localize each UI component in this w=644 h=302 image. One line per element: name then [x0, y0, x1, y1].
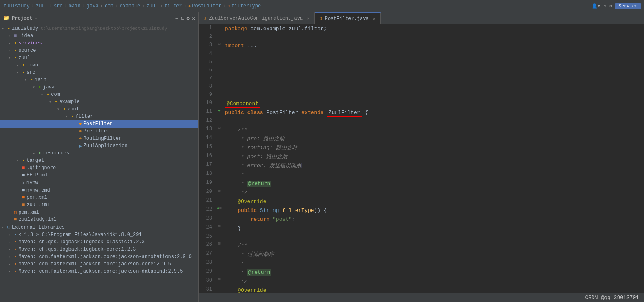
code-line: 28 * [199, 259, 644, 268]
tree-item-zuuliml[interactable]: ■ zuul.iml [0, 201, 198, 209]
tree-item-idea[interactable]: ▸ ■ .idea [0, 32, 198, 40]
tree-item-jackson3[interactable]: ▸ ▪ Maven: com.fasterxml.jackson.core:ja… [0, 268, 198, 275]
lib-icon: ▪ [14, 247, 17, 252]
line-content: } [223, 224, 644, 233]
tree-label: RoutingFilter [84, 136, 122, 141]
tree-label: < 1.8 > C:\Program Files\Java\jdk1.8.0_2… [18, 232, 141, 238]
tree-item-zuul[interactable]: ▾ ▪ zuul [0, 54, 198, 62]
lib-icon: ▪ [14, 239, 17, 245]
file-icon: ■ [22, 172, 25, 178]
fold-icon[interactable]: ⊟ [218, 277, 220, 282]
code-line: 31 @Override [199, 286, 644, 293]
expand-icon[interactable]: ⇅ [181, 15, 184, 22]
line-content: * post: 路由之后 [223, 152, 644, 161]
tree-item-jackson2[interactable]: ▸ ▪ Maven: com.fasterxml.jackson.core:ja… [0, 260, 198, 268]
tree-item-postfilter[interactable]: ● PostFilter [0, 120, 198, 128]
tree-label: .gitignore [26, 165, 56, 171]
code-line: 5 [199, 59, 644, 67]
pin-icon[interactable]: ✕ [192, 15, 195, 22]
close-icon[interactable]: ✕ [307, 16, 309, 21]
arrow-icon: ▾ [57, 107, 63, 112]
user-icon[interactable]: 👤▾ [592, 3, 600, 9]
tree-item-gitignore[interactable]: ■ .gitignore [0, 164, 198, 172]
line-number: 26 [199, 241, 215, 247]
arrow-icon: ▸ [8, 247, 14, 252]
service-label[interactable]: Service [615, 3, 641, 9]
tree-item-pomxml[interactable]: ■ pom.xml [0, 194, 198, 201]
folder-icon: 📁 [3, 15, 9, 21]
collapse-all-icon[interactable]: ≡ [175, 15, 179, 22]
code-line: 22 ● ⊟ public String filterType() { [199, 206, 644, 215]
tree-item-example[interactable]: ▾ ▪ example [0, 98, 198, 106]
tree-item-jdk[interactable]: ▸ ▪ < 1.8 > C:\Program Files\Java\jdk1.8… [0, 231, 198, 238]
code-line: 25 [199, 233, 644, 241]
tree-label: ZuulApplication [84, 143, 128, 149]
tree-item-jackson1[interactable]: ▸ ▪ Maven: com.fasterxml.jackson.core:ja… [0, 253, 198, 260]
tree-item-java[interactable]: ▾ ▪ java [0, 84, 198, 91]
tree-item-services[interactable]: ▸ ▪ services [0, 40, 198, 47]
sep10: › [223, 3, 226, 9]
java-main-icon: ▶ [79, 143, 82, 149]
tree-item-prefilter[interactable]: ● PreFilter [0, 128, 198, 135]
tree-item-logback2[interactable]: ▸ ▪ Maven: ch.qos.logback:logback-core:1… [0, 246, 198, 253]
line-content: * [223, 170, 644, 179]
close-icon[interactable]: ✕ [373, 16, 375, 21]
fold-icon[interactable]: ⊟ [218, 42, 220, 46]
tree-item-zuurapplication[interactable]: ▶ ZuulApplication [0, 142, 198, 150]
folder-icon: ▪ [14, 40, 17, 46]
tree-label: pom.xml [18, 209, 39, 215]
code-line: 11 ● public class PostFilter extends Zuu… [199, 108, 644, 117]
tab-bar: J ZuulServerAutoConfiguration.java ✕ J P… [199, 12, 644, 24]
code-line: 18 * [199, 170, 644, 179]
tree-item-mvn[interactable]: ▸ ▪ .mvn [0, 62, 198, 69]
fold-icon[interactable]: ⊟ [218, 188, 220, 193]
folder-icon: ▪ [38, 84, 41, 90]
line-content: * routing: 路由之时 [223, 143, 644, 152]
tree-item-mvnwcmd[interactable]: ■ mvnw.cmd [0, 187, 198, 194]
tree-label: mvnw [26, 180, 38, 186]
tree-item-filter[interactable]: ▾ ▪ filter [0, 113, 198, 120]
tree-item-source[interactable]: ▸ ▪ source [0, 47, 198, 54]
tree-label: java [43, 84, 55, 90]
folder-icon: ▪ [14, 48, 17, 53]
update-icon[interactable]: ↻ [604, 3, 607, 9]
tab-postfilter[interactable]: J PostFilter.java ✕ [315, 12, 381, 24]
line-number: 25 [199, 233, 215, 239]
line-content: @Override [223, 197, 644, 206]
tree-item-resources[interactable]: ▸ ▪ resources [0, 150, 198, 157]
tree-item-pom2[interactable]: m pom.xml [0, 209, 198, 216]
tree-item-zuulstudy[interactable]: ▾ ▸ zuulstudy C:\Users\zhaoxingbang\Desk… [0, 24, 198, 32]
gear-icon[interactable]: ⚙ [186, 15, 190, 22]
tree-item-logback1[interactable]: ▸ ▪ Maven: ch.qos.logback:logback-classi… [0, 238, 198, 246]
tree-item-target[interactable]: ▸ ▪ target [0, 157, 198, 164]
line-content: * pre: 路由之前 [223, 134, 644, 143]
fold-icon[interactable]: ⊟ [218, 241, 220, 246]
code-editor[interactable]: 1 package com.example.zuul.filter; 2 3 ⊟… [199, 24, 644, 293]
tree-item-main[interactable]: ▾ ▪ main [0, 76, 198, 84]
breadcrumb-filtertype: m filterType [228, 3, 261, 9]
tree-item-mvnw[interactable]: ▷ mvnw [0, 179, 198, 187]
fold-icon[interactable]: ⊟ [218, 126, 220, 130]
folder-icon: ▪ [22, 62, 25, 68]
tree-item-ext-libs[interactable]: ▾ ⊞ External Libraries [0, 223, 198, 231]
tab-zuulserver[interactable]: J ZuulServerAutoConfiguration.java ✕ [199, 12, 315, 24]
settings-icon[interactable]: ⚙ [609, 3, 612, 9]
line-number: 30 [199, 277, 215, 283]
folder-icon: ▪ [38, 150, 41, 156]
lib-icon: ▪ [14, 269, 17, 274]
breadcrumb-src: src [54, 3, 63, 9]
line-number: 7 [199, 75, 215, 81]
tree-item-com[interactable]: ▾ ▪ com [0, 91, 198, 98]
fold-icon[interactable]: ⊟ [219, 206, 221, 211]
tree-item-zuulstudyiml[interactable]: ■ zuulstudy.iml [0, 216, 198, 223]
fold-icon[interactable]: ⊟ [218, 224, 220, 229]
line-number: 27 [199, 250, 215, 256]
tree-item-zuul-inner[interactable]: ▾ ▪ zuul [0, 106, 198, 113]
tree-label: target [26, 158, 44, 163]
folder-icon: ▪ [22, 158, 25, 163]
tree-item-routingfilter[interactable]: ● RoutingFilter [0, 135, 198, 142]
line-number: 15 [199, 143, 215, 150]
tree-item-helpmd[interactable]: ■ HELP.md [0, 172, 198, 179]
tree-item-src[interactable]: ▾ ▪ src [0, 69, 198, 76]
dropdown-icon[interactable]: ▾ [35, 16, 37, 21]
